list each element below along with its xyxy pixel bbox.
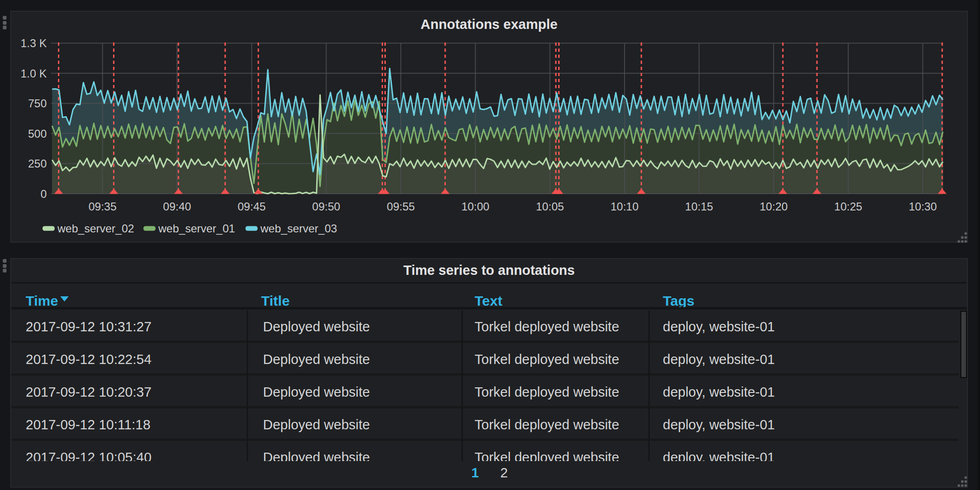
svg-text:web_server_01: web_server_01 xyxy=(158,222,235,235)
svg-text:1.3 K: 1.3 K xyxy=(21,37,47,49)
svg-text:web_server_02: web_server_02 xyxy=(57,222,134,235)
svg-text:10:30: 10:30 xyxy=(909,200,937,213)
svg-text:09:35: 09:35 xyxy=(88,200,116,213)
svg-text:10:05: 10:05 xyxy=(536,200,564,213)
svg-text:09:55: 09:55 xyxy=(387,200,415,213)
svg-text:250: 250 xyxy=(28,157,47,170)
svg-text:10:10: 10:10 xyxy=(611,200,639,213)
svg-text:10:25: 10:25 xyxy=(834,200,862,213)
svg-text:09:40: 09:40 xyxy=(163,200,191,213)
svg-text:web_server_03: web_server_03 xyxy=(260,222,337,235)
svg-text:10:20: 10:20 xyxy=(760,200,788,213)
svg-text:10:15: 10:15 xyxy=(685,200,713,213)
svg-text:10:00: 10:00 xyxy=(462,200,490,213)
svg-text:0: 0 xyxy=(41,188,47,200)
svg-text:500: 500 xyxy=(28,127,47,140)
svg-text:09:45: 09:45 xyxy=(238,200,266,213)
svg-text:1.0 K: 1.0 K xyxy=(21,67,47,80)
svg-text:750: 750 xyxy=(28,97,47,110)
svg-text:09:50: 09:50 xyxy=(312,200,340,213)
